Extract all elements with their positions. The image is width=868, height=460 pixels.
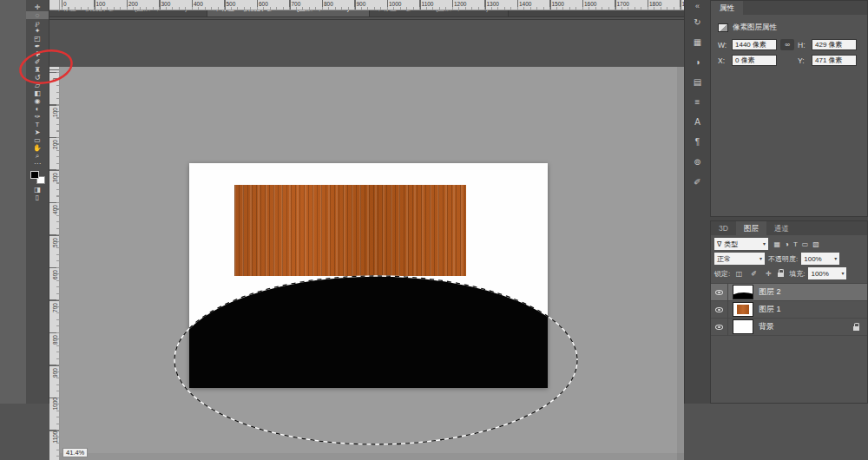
link-dimensions-button[interactable]: ∞ bbox=[780, 39, 794, 50]
color-swatches[interactable] bbox=[30, 171, 45, 184]
blend-mode-dropdown[interactable]: 正常 bbox=[714, 253, 765, 265]
lock-all-icon[interactable] bbox=[778, 273, 784, 277]
brush-settings-panel-icon[interactable]: ✐ bbox=[685, 172, 710, 192]
lock-position-icon[interactable]: ✛ bbox=[766, 270, 772, 278]
layer-row[interactable]: 图层 2 bbox=[711, 284, 867, 301]
filter-adjustment-layers-icon[interactable]: ◑ bbox=[785, 240, 789, 248]
eyedropper-tool[interactable]: ✒ bbox=[26, 43, 49, 50]
libraries-panel-icon[interactable]: ≡ bbox=[685, 92, 710, 112]
pen-tool[interactable]: ✑ bbox=[26, 113, 49, 121]
edit-toolbar-button[interactable]: ⋯ bbox=[26, 160, 49, 168]
ruler-label: 200 bbox=[128, 1, 138, 7]
paragraph-panel-icon[interactable]: ¶ bbox=[685, 132, 710, 152]
collapse-panels-icon[interactable]: « bbox=[685, 0, 710, 12]
toolbar-gutter bbox=[0, 0, 26, 404]
layer-thumbnail[interactable] bbox=[733, 302, 753, 317]
document-canvas[interactable] bbox=[189, 163, 548, 388]
quick-selection-tool[interactable]: ✦ bbox=[26, 27, 49, 35]
ruler-label: 900 bbox=[357, 1, 366, 7]
ruler-label: 600 bbox=[259, 1, 268, 7]
lock-image-pixels-icon[interactable]: ✐ bbox=[751, 270, 757, 278]
spot-healing-brush-tool[interactable]: ✚ bbox=[26, 50, 49, 58]
layer-thumbnail[interactable] bbox=[733, 285, 753, 299]
move-tool[interactable]: ✛ bbox=[26, 3, 49, 11]
hand-tool[interactable]: ✋ bbox=[26, 144, 49, 152]
clone-source-panel-icon[interactable]: ⊚ bbox=[685, 152, 710, 172]
ruler-label: 1400 bbox=[519, 1, 531, 7]
properties-header: 像素图层属性 bbox=[733, 23, 777, 33]
character-panel-icon[interactable]: A bbox=[685, 112, 710, 132]
ruler-label: 1100 bbox=[51, 432, 59, 443]
swatches-panel-icon[interactable]: ▦ bbox=[685, 32, 710, 52]
ruler-corner[interactable] bbox=[49, 0, 60, 10]
zoom-level-field[interactable]: 41.4% bbox=[62, 448, 88, 457]
vertical-scrollbar[interactable] bbox=[677, 67, 684, 460]
lock-transparent-pixels-icon[interactable]: ◫ bbox=[736, 270, 743, 278]
opacity-dropdown[interactable]: 100% bbox=[801, 253, 839, 265]
ruler-label: 1800 bbox=[649, 1, 661, 7]
ruler-label: 1000 bbox=[51, 400, 59, 411]
layer-name: 图层 2 bbox=[759, 286, 781, 298]
history-panel-icon[interactable]: ↻ bbox=[685, 12, 710, 32]
ruler-label: 900 bbox=[51, 367, 59, 378]
horizontal-ruler[interactable]: 0100200300400500600700800900100011001200… bbox=[60, 0, 684, 10]
zoom-tool[interactable]: ⌕ bbox=[26, 152, 49, 160]
y-field[interactable]: 471 像素 bbox=[812, 55, 857, 66]
adjustments-panel-icon[interactable]: ◑ bbox=[685, 52, 710, 72]
collapsed-panels-dock: «↻▦◑▤≡A¶⊚✐ bbox=[684, 0, 710, 404]
x-field[interactable]: 0 像素 bbox=[732, 55, 777, 66]
foreground-color-swatch[interactable] bbox=[30, 171, 39, 179]
tab-通道[interactable]: 通道 bbox=[766, 221, 797, 235]
pixel-layer-icon bbox=[718, 23, 728, 32]
elliptical-marquee-tool[interactable]: ◌ bbox=[26, 11, 49, 19]
eye-icon bbox=[715, 325, 723, 330]
quick-mask-button[interactable]: ◨ bbox=[26, 186, 49, 194]
rectangle-tool[interactable]: ▭ bbox=[26, 136, 49, 144]
layer-thumbnail[interactable] bbox=[733, 319, 753, 334]
brush-tool[interactable]: ✐ bbox=[26, 58, 49, 66]
crop-tool[interactable]: ◰ bbox=[26, 35, 49, 43]
clone-stamp-tool[interactable]: ♜ bbox=[26, 66, 49, 74]
tab-properties[interactable]: 属性 bbox=[711, 1, 743, 15]
layer-row[interactable]: 图层 1 bbox=[711, 301, 867, 319]
tab-图层[interactable]: 图层 bbox=[736, 221, 766, 235]
layer-filter-dropdown[interactable]: ∇ 类型 bbox=[714, 238, 768, 250]
blur-tool[interactable]: ◉ bbox=[26, 97, 49, 105]
ruler-label: 1500 bbox=[552, 1, 564, 7]
layer-list: 图层 2图层 1背景 bbox=[711, 283, 867, 336]
type-tool[interactable]: T bbox=[26, 121, 49, 128]
layer-name: 背景 bbox=[759, 321, 774, 332]
path-selection-tool[interactable]: ➤ bbox=[26, 128, 49, 136]
visibility-toggle[interactable] bbox=[711, 284, 728, 301]
ruler-label: 1200 bbox=[454, 1, 466, 7]
tool-list: ✛◌℘✦◰✒✚✐♜↺▱◧◉◐✑T➤▭✋⌕⋯◨▯ bbox=[26, 0, 49, 201]
screen-mode-button[interactable]: ▯ bbox=[26, 194, 49, 201]
filter-shape-layers-icon[interactable]: ▭ bbox=[802, 240, 809, 248]
ruler-label: 300 bbox=[161, 1, 171, 7]
h-field[interactable]: 429 像素 bbox=[812, 39, 857, 50]
lasso-tool[interactable]: ℘ bbox=[26, 19, 49, 27]
dimension-row: W: 1440 像素 ∞ H: 429 像素 bbox=[718, 39, 860, 50]
styles-panel-icon[interactable]: ▤ bbox=[685, 72, 710, 92]
filter-pixel-layers-icon[interactable]: ▦ bbox=[774, 240, 781, 248]
w-label: W: bbox=[718, 41, 728, 49]
h-label: H: bbox=[798, 41, 808, 49]
tab-3D[interactable]: 3D bbox=[711, 221, 736, 235]
layer-row[interactable]: 背景 bbox=[711, 319, 867, 336]
filter-type-layers-icon[interactable]: T bbox=[793, 240, 798, 248]
position-row: X: 0 像素 Y: 471 像素 bbox=[718, 55, 860, 66]
visibility-toggle[interactable] bbox=[711, 319, 728, 336]
vertical-ruler[interactable]: 010020030040050060070080090010001100 bbox=[49, 67, 60, 460]
history-brush-tool[interactable]: ↺ bbox=[26, 74, 49, 82]
visibility-toggle[interactable] bbox=[711, 301, 728, 319]
gradient-tool[interactable]: ◧ bbox=[26, 89, 49, 97]
canvas-area[interactable]: 41.4% bbox=[60, 67, 684, 460]
w-field[interactable]: 1440 像素 bbox=[732, 39, 777, 50]
properties-panel-tabs: 属性 bbox=[711, 1, 867, 15]
dodge-tool[interactable]: ◐ bbox=[26, 105, 49, 113]
ruler-label: 1000 bbox=[389, 1, 401, 7]
horizontal-scrollbar[interactable] bbox=[60, 453, 684, 460]
eraser-tool[interactable]: ▱ bbox=[26, 82, 49, 89]
filter-smart-objects-icon[interactable]: ▧ bbox=[812, 240, 819, 248]
fill-dropdown[interactable]: 100% bbox=[808, 267, 846, 279]
